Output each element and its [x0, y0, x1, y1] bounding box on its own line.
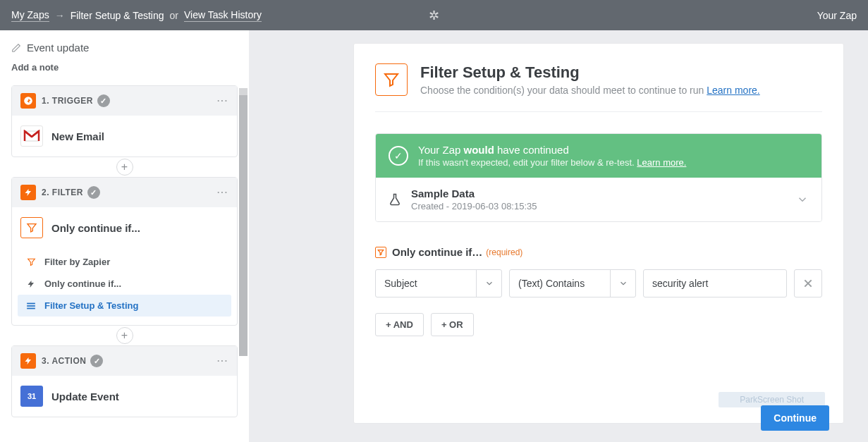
step-header-action[interactable]: 3. ACTION ✓ ···: [12, 346, 237, 376]
calendar-icon: 31: [20, 386, 43, 407]
gmail-icon: [20, 125, 43, 147]
step3-menu[interactable]: ···: [217, 356, 228, 366]
operator-select[interactable]: (Text) Contains: [509, 269, 636, 297]
trigger-icon: [20, 93, 36, 109]
step3-body[interactable]: 31 Update Event: [12, 376, 237, 417]
step-card-filter[interactable]: 2. FILTER ✓ ··· Only continue if... Filt…: [11, 177, 238, 326]
panel-title: Filter Setup & Testing: [420, 63, 760, 82]
subitem-filter-by-zapier[interactable]: Filter by Zapier: [18, 251, 231, 273]
step-header-trigger[interactable]: 1. TRIGGER ✓ ···: [12, 86, 237, 116]
test-success-banner: ✓ Your Zap would have continued If this …: [376, 134, 821, 178]
breadcrumb-arrow: →: [55, 10, 65, 21]
step1-label: 1. TRIGGER: [42, 96, 93, 106]
sidebar: Event update Add a note 1. TRIGGER ✓ ···…: [0, 30, 249, 442]
continue-button[interactable]: Continue: [761, 405, 829, 431]
step1-menu[interactable]: ···: [217, 96, 228, 106]
breadcrumb-history[interactable]: View Task History: [184, 9, 262, 22]
zap-title-row[interactable]: Event update: [11, 42, 238, 54]
step3-name: Update Event: [51, 391, 119, 403]
chevron-down-icon[interactable]: [610, 270, 635, 297]
scrollbar[interactable]: [239, 88, 249, 356]
breadcrumb-or: or: [170, 10, 178, 21]
chevron-down-icon: [796, 193, 809, 206]
flask-icon: [389, 192, 403, 207]
sample-data-row[interactable]: Sample Data Created - 2019-06-03 08:15:3…: [376, 178, 821, 221]
check-icon: ✓: [90, 355, 103, 367]
step2-menu[interactable]: ···: [217, 188, 228, 197]
learn-more-link[interactable]: Learn more.: [707, 85, 759, 96]
breadcrumb-my-zaps[interactable]: My Zaps: [11, 9, 49, 22]
sample-title: Sample Data: [411, 188, 537, 199]
sub1-label: Filter by Zapier: [44, 257, 110, 267]
success-message-2: If this wasn't expected, edit your filte…: [418, 157, 686, 168]
connector-2: +: [11, 326, 238, 345]
funnel-icon: [375, 63, 408, 96]
sample-subtitle: Created - 2019-06-03 08:15:35: [411, 201, 537, 211]
check-icon: ✓: [87, 186, 100, 199]
learn-more-link-2[interactable]: Learn more.: [637, 157, 686, 168]
condition-row: Subject (Text) Contains: [375, 269, 822, 297]
step2-sublist: Filter by Zapier Only continue if... Fil…: [12, 248, 237, 325]
test-result-box: ✓ Your Zap would have continued If this …: [375, 133, 822, 222]
field-select-value: Subject: [376, 278, 476, 289]
list-icon: [25, 302, 37, 310]
panel-subtitle: Choose the condition(s) your data should…: [420, 85, 760, 96]
or-button[interactable]: + OR: [431, 313, 474, 336]
sub2-label: Only continue if...: [44, 278, 121, 289]
add-step-button-1[interactable]: +: [116, 159, 133, 176]
condition-label-text: Only continue if…: [392, 246, 482, 258]
bolt-icon: [25, 280, 37, 288]
step2-body[interactable]: Only continue if...: [12, 207, 237, 248]
gear-icon[interactable]: ✲: [429, 8, 439, 23]
step3-label: 3. ACTION: [42, 356, 86, 366]
add-step-button-2[interactable]: +: [116, 327, 133, 344]
value-input[interactable]: [643, 269, 787, 297]
field-select[interactable]: Subject: [375, 269, 502, 297]
funnel-icon: [20, 217, 43, 238]
filter-step-icon: [20, 185, 36, 200]
success-message-1: Your Zap would have continued: [418, 144, 686, 156]
logic-buttons: + AND + OR: [375, 313, 822, 336]
sub3-label: Filter Setup & Testing: [44, 300, 138, 311]
operator-select-value: (Text) Contains: [510, 278, 610, 289]
step2-label: 2. FILTER: [42, 188, 83, 197]
action-step-icon: [20, 353, 36, 369]
add-note-link[interactable]: Add a note: [11, 62, 238, 73]
step-card-action[interactable]: 3. ACTION ✓ ··· 31 Update Event: [11, 345, 238, 417]
panel-header: Filter Setup & Testing Choose the condit…: [375, 63, 822, 112]
main-area: Filter Setup & Testing Choose the condit…: [249, 30, 868, 442]
and-button[interactable]: + AND: [375, 313, 424, 336]
breadcrumb-current: Filter Setup & Testing: [71, 10, 164, 21]
step-header-filter[interactable]: 2. FILTER ✓ ···: [12, 178, 237, 207]
step1-body[interactable]: New Email: [12, 116, 237, 156]
step-card-trigger[interactable]: 1. TRIGGER ✓ ··· New Email: [11, 85, 238, 157]
topbar-right-label[interactable]: Your Zap: [817, 10, 857, 21]
success-check-icon: ✓: [389, 146, 408, 166]
subitem-filter-setup-testing[interactable]: Filter Setup & Testing: [18, 295, 231, 317]
required-label: (required): [486, 247, 522, 257]
remove-condition-button[interactable]: [794, 269, 822, 297]
funnel-small-icon: [375, 247, 386, 258]
subitem-only-continue[interactable]: Only continue if...: [18, 273, 231, 295]
filter-setup-panel: Filter Setup & Testing Choose the condit…: [353, 43, 844, 424]
step2-name: Only continue if...: [51, 222, 140, 234]
check-icon: ✓: [97, 94, 110, 107]
connector-1: +: [11, 157, 238, 177]
pencil-icon: [11, 43, 21, 53]
top-bar: My Zaps → Filter Setup & Testing or View…: [0, 0, 868, 30]
condition-label: Only continue if… (required): [375, 246, 822, 258]
chevron-down-icon[interactable]: [476, 270, 501, 297]
step1-name: New Email: [51, 130, 104, 142]
funnel-small-icon: [25, 257, 37, 266]
zap-title: Event update: [27, 42, 89, 54]
